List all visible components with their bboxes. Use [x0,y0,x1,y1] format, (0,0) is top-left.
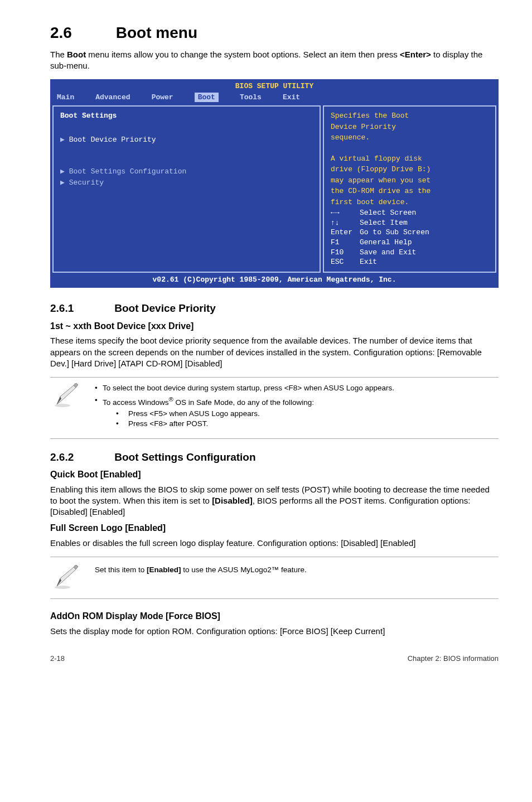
intro-bold: Boot [67,50,86,59]
option-heading: 1st ~ xxth Boot Device [xxx Drive] [50,320,499,332]
option-description: Enabling this item allows the BIOS to sk… [50,484,499,518]
option-description: These items specify the boot device prio… [50,335,499,369]
bios-body: Boot Settings ▶ Boot Device Priority ▶ B… [51,104,497,273]
section-heading: 2.6 Boot menu [50,22,499,44]
bios-key-legend: ←→Select Screen ↑↓Select Item EnterGo to… [331,208,489,267]
subsection-heading: 2.6.1 Boot Device Priority [50,301,499,316]
note-bullet: To access Windows® OS in Safe Mode, do a… [95,395,394,429]
bios-item-label: Boot Settings Configuration [69,167,187,176]
bios-help-line: drive (Floppy Drive B:) [331,165,489,175]
superscript: ® [169,396,173,403]
pencil-note-icon [54,383,79,409]
option-heading: Full Screen Logo [Enabled] [50,522,499,534]
bios-menu-bar: Main Advanced Power Boot Tools Exit [51,91,497,105]
bios-menu-power: Power [152,93,173,103]
bios-item-boot-device-priority: ▶ Boot Device Priority [60,135,313,145]
subsection-heading: 2.6.2 Boot Settings Configuration [50,450,499,465]
bios-menu-boot: Boot [195,93,219,103]
bios-help-line: sequence. [331,133,489,143]
note-text: Set this item to [Enabled] to use the AS… [95,565,307,575]
bios-help-text: Specifies the Boot Device Priority seque… [331,111,489,208]
bios-item-label: Security [69,178,104,187]
key-action: Exit [360,257,377,267]
intro-bold: <Enter> [400,50,431,59]
section-number: 2.6 [50,22,112,44]
note-text-span: To access Windows [103,398,169,407]
bios-menu-main: Main [57,93,74,103]
note-block: Set this item to [Enabled] to use the AS… [50,557,499,599]
key-label: F1 [331,238,360,248]
note-text: To select the boot device during system … [95,383,394,431]
bios-title-bar: BIOS SETUP UTILITY [51,80,497,91]
note-text-span: OS in Safe Mode, do any of the following… [173,398,314,407]
key-label: ESC [331,257,360,267]
option-description: Sets the display mode for option ROM. Co… [50,626,499,637]
triangle-icon: ▶ [60,136,69,144]
key-label: ↑↓ [331,218,360,228]
bios-footer: v02.61 (C)Copyright 1985-2009, American … [51,274,497,287]
bios-menu-advanced: Advanced [95,93,130,103]
bios-screenshot: BIOS SETUP UTILITY Main Advanced Power B… [50,79,499,288]
key-label: F10 [331,248,360,258]
text-bold: [Enabled] [147,566,181,574]
subsection-title: Boot Device Priority [114,302,216,314]
page-footer: 2-18 Chapter 2: BIOS information [50,654,499,664]
bios-help-line: may appear when you set [331,176,489,186]
key-action: General Help [360,238,412,248]
bios-menu-exit: Exit [283,93,300,103]
note-sub-bullet: Press <F8> after POST. [103,419,394,429]
bios-item-security: ▶ Security [60,178,313,188]
key-label: Enter [331,228,360,238]
chapter-label: Chapter 2: BIOS information [408,654,499,664]
key-label: ←→ [331,208,360,218]
note-sub-bullet: Press <F5> when ASUS Logo appears. [103,409,394,419]
note-bullet: To select the boot device during system … [95,383,394,393]
intro-text: The [50,50,67,59]
note-block: To select the boot device during system … [50,377,499,438]
subsection-number: 2.6.2 [50,450,112,465]
bios-left-pane: Boot Settings ▶ Boot Device Priority ▶ B… [52,105,321,272]
pencil-note-icon [54,565,79,591]
bios-help-line: Specifies the Boot [331,111,489,121]
triangle-icon: ▶ [60,178,69,187]
subsection-title: Boot Settings Configuration [114,451,255,463]
key-action: Save and Exit [360,248,416,258]
text-span: to use the ASUS MyLogo2™ feature. [181,566,307,574]
bios-item-label: Boot Device Priority [69,136,156,144]
section-title-text: Boot menu [116,24,197,41]
bios-help-line: the CD-ROM drive as the [331,186,489,196]
svg-marker-5 [57,567,76,586]
intro-paragraph: The Boot menu items allow you to change … [50,49,499,72]
key-action: Go to Sub Screen [360,228,429,238]
triangle-icon: ▶ [60,167,69,176]
option-description: Enables or disables the full screen logo… [50,538,499,549]
subsection-number: 2.6.1 [50,301,112,316]
bios-help-line: A virtual floppy disk [331,154,489,164]
bios-item-boot-settings-configuration: ▶ Boot Settings Configuration [60,167,313,177]
option-heading: AddOn ROM Display Mode [Force BIOS] [50,610,499,622]
text-span: Set this item to [95,566,147,574]
key-action: Select Item [360,218,408,228]
bios-menu-tools: Tools [240,93,262,103]
svg-marker-1 [57,385,76,404]
bios-help-line: first boot device. [331,197,489,207]
page-number: 2-18 [50,654,65,664]
bios-help-line: Device Priority [331,122,489,132]
bios-right-pane: Specifies the Boot Device Priority seque… [323,105,496,272]
option-heading: Quick Boot [Enabled] [50,468,499,481]
text-bold: [Disabled] [212,496,253,505]
bios-boot-settings-title: Boot Settings [60,111,313,121]
intro-text: menu items allow you to change the syste… [86,50,400,59]
key-action: Select Screen [360,208,416,218]
